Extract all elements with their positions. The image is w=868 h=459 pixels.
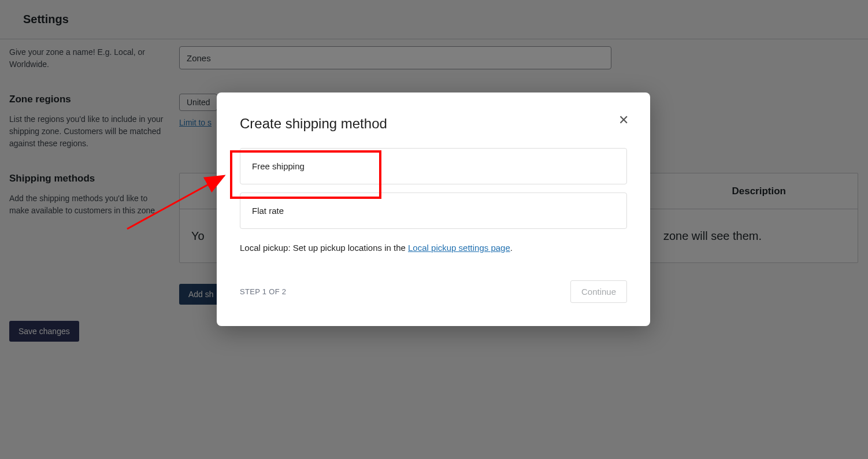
option-label: Free shipping [252, 161, 305, 171]
local-pickup-text: Local pickup: Set up pickup locations in… [240, 243, 627, 253]
create-shipping-method-modal: Create shipping method ✕ Free shipping F… [217, 92, 650, 326]
period: . [510, 243, 513, 253]
option-label: Flat rate [252, 206, 284, 216]
modal-close-button[interactable]: ✕ [617, 113, 630, 127]
modal-title: Create shipping method [240, 116, 627, 132]
close-icon: ✕ [618, 113, 629, 127]
continue-button[interactable]: Continue [570, 280, 627, 303]
option-flat-rate[interactable]: Flat rate [240, 193, 627, 229]
local-pickup-link[interactable]: Local pickup settings page [408, 243, 510, 253]
local-pickup-prefix: Local pickup: Set up pickup locations in… [240, 243, 408, 253]
modal-footer: STEP 1 OF 2 Continue [240, 280, 627, 303]
step-indicator: STEP 1 OF 2 [240, 287, 286, 296]
option-free-shipping[interactable]: Free shipping [240, 148, 627, 184]
